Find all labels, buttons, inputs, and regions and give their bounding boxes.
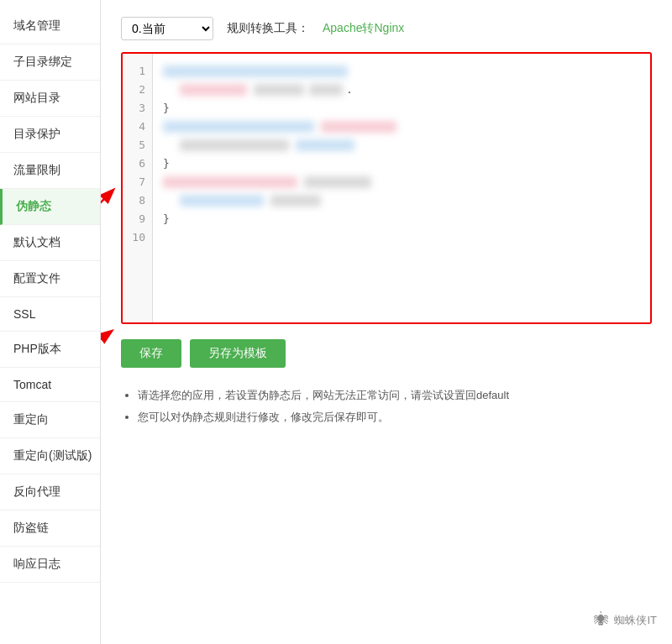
watermark: 🕷 蜘蛛侠IT: [594, 611, 657, 629]
code-line-2: .: [163, 81, 640, 99]
save-as-template-button[interactable]: 另存为模板: [190, 339, 286, 368]
main-content: 0.当前 default WordPress Discuz ThinkPHP 规…: [101, 0, 672, 644]
watermark-icon: 🕷: [594, 611, 609, 629]
conversion-link[interactable]: Apache转Nginx: [323, 21, 404, 36]
sidebar-item-php[interactable]: PHP版本: [0, 332, 100, 368]
sidebar-item-webdir[interactable]: 网站目录: [0, 81, 100, 117]
code-brace: }: [163, 154, 170, 173]
sidebar-item-redirect[interactable]: 重定向: [0, 402, 100, 438]
sidebar: 域名管理 子目录绑定 网站目录 目录保护 流量限制 伪静态 默认文档 配置文件 …: [0, 0, 101, 644]
code-punctuation: .: [346, 81, 353, 99]
code-token: [270, 195, 321, 207]
code-token: [304, 176, 371, 188]
version-dropdown[interactable]: 0.当前 default WordPress Discuz ThinkPHP: [121, 17, 213, 40]
top-row: 0.当前 default WordPress Discuz ThinkPHP 规…: [121, 17, 652, 40]
code-brace: }: [163, 210, 170, 228]
code-line-6: }: [163, 154, 640, 173]
code-token: [254, 84, 304, 96]
tips-list: 请选择您的应用，若设置伪静态后，网站无法正常访问，请尝试设置回default 您…: [121, 385, 652, 428]
code-token: [180, 84, 247, 96]
code-line-10: [163, 228, 640, 247]
line-numbers: 1 2 3 4 5 6 7 8 9 10: [123, 54, 153, 322]
svg-line-1: [101, 191, 113, 241]
code-token: [163, 121, 314, 133]
code-brace: }: [163, 99, 170, 118]
editor-inner: 1 2 3 4 5 6 7 8 9 10: [123, 54, 650, 322]
code-line-9: }: [163, 210, 640, 228]
code-token: [180, 195, 264, 207]
line-num-7: 7: [129, 173, 145, 191]
sidebar-item-dirprotect[interactable]: 目录保护: [0, 117, 100, 153]
code-token: [321, 121, 396, 133]
sidebar-item-tomcat[interactable]: Tomcat: [0, 368, 100, 402]
conversion-label: 规则转换工具：: [227, 21, 309, 36]
sidebar-item-traffic[interactable]: 流量限制: [0, 153, 100, 189]
sidebar-item-reverse-proxy[interactable]: 反向代理: [0, 474, 100, 510]
sidebar-item-subdir[interactable]: 子目录绑定: [0, 45, 100, 81]
sidebar-item-ssl[interactable]: SSL: [0, 297, 100, 332]
sidebar-item-domain[interactable]: 域名管理: [0, 8, 100, 45]
code-token: [163, 65, 348, 77]
line-num-10: 10: [129, 228, 145, 247]
sidebar-item-pseudostatic[interactable]: 伪静态: [0, 189, 100, 225]
code-line-8: [163, 191, 640, 210]
line-num-4: 4: [129, 118, 145, 136]
editor-wrapper: 1 2 3 4 5 6 7 8 9 10: [121, 52, 652, 324]
line-num-3: 3: [129, 99, 145, 118]
code-editor[interactable]: 1 2 3 4 5 6 7 8 9 10: [121, 52, 652, 324]
sidebar-item-configfile[interactable]: 配置文件: [0, 261, 100, 297]
code-token: [163, 176, 297, 188]
line-num-1: 1: [129, 62, 145, 81]
line-num-8: 8: [129, 191, 145, 210]
code-line-4: [163, 118, 640, 136]
tip-item-1: 请选择您的应用，若设置伪静态后，网站无法正常访问，请尝试设置回default: [138, 385, 652, 406]
line-num-5: 5: [129, 136, 145, 154]
code-token: [180, 139, 289, 151]
sidebar-item-redirect-test[interactable]: 重定向(测试版): [0, 438, 100, 474]
sidebar-item-response-log[interactable]: 响应日志: [0, 547, 100, 583]
code-line-5: [163, 136, 640, 154]
button-row: 保存 另存为模板: [121, 339, 652, 368]
code-content: . } }: [153, 54, 650, 322]
save-button[interactable]: 保存: [121, 339, 181, 368]
code-line-3: }: [163, 99, 640, 118]
sidebar-item-hotlink[interactable]: 防盗链: [0, 510, 100, 547]
tip-item-2: 您可以对伪静态规则进行修改，修改完后保存即可。: [138, 406, 652, 428]
code-token: [296, 139, 354, 151]
line-num-6: 6: [129, 154, 145, 173]
code-line-1: [163, 62, 640, 81]
svg-line-3: [101, 332, 111, 367]
code-token: [309, 84, 343, 96]
sidebar-item-defaultdoc[interactable]: 默认文档: [0, 225, 100, 261]
line-num-9: 9: [129, 210, 145, 228]
code-line-7: [163, 173, 640, 191]
watermark-text: 蜘蛛侠IT: [614, 613, 657, 628]
line-num-2: 2: [129, 81, 145, 99]
